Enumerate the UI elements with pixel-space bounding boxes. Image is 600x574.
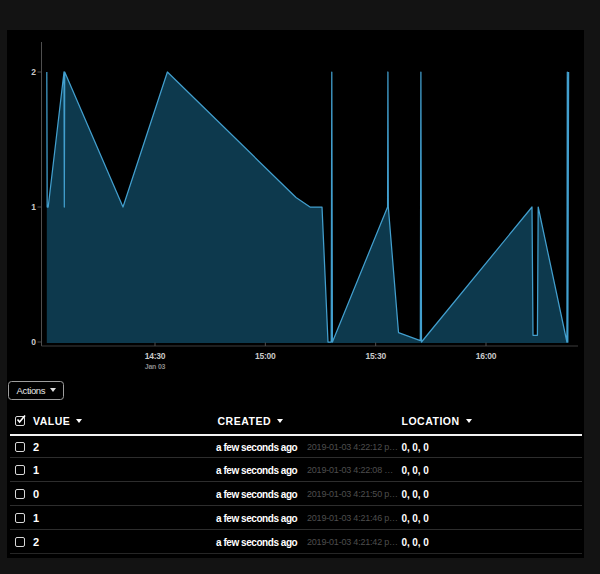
table-row: 0a few seconds ago2019-01-03 4:21:50 p…0… (10, 482, 582, 506)
chart-area-fill (47, 72, 569, 343)
row-checkbox[interactable] (15, 537, 25, 547)
sort-caret-icon (466, 419, 472, 423)
row-checkbox[interactable] (15, 489, 25, 499)
table-cell-created-relative: a few seconds ago (216, 489, 297, 500)
sort-caret-icon (76, 419, 82, 423)
table-row: 2a few seconds ago2019-01-03 4:22:12 p…0… (10, 435, 582, 459)
table-cell-created-relative: a few seconds ago (216, 465, 297, 476)
sort-caret-icon (277, 419, 283, 423)
table-row: 2a few seconds ago2019-01-03 4:21:42 p…0… (10, 530, 582, 554)
column-header-value[interactable]: VALUE (33, 415, 82, 427)
table-cell-created-timestamp: 2019-01-03 4:22:12 p… (307, 442, 398, 452)
table-cell-value: 2 (33, 441, 39, 453)
table-cell-location: 0, 0, 0 (402, 441, 429, 452)
actions-button-label: Actions (17, 385, 46, 396)
x-tick-label: 16:00 (476, 351, 497, 361)
table-cell-location: 0, 0, 0 (402, 465, 429, 476)
table-cell-location: 0, 0, 0 (402, 537, 429, 548)
y-tick-label: 0 (31, 337, 36, 347)
table-row: 1a few seconds ago2019-01-03 4:21:46 p…0… (10, 506, 582, 530)
table-cell-location: 0, 0, 0 (402, 489, 429, 500)
x-tick-label: 14:30 (145, 351, 166, 361)
column-header-created[interactable]: CREATED (218, 415, 283, 427)
check-icon (15, 414, 27, 426)
table-cell-created-timestamp: 2019-01-03 4:21:50 p… (307, 489, 398, 499)
caret-down-icon (50, 388, 56, 392)
y-tick-label: 2 (31, 67, 36, 77)
table-cell-created-timestamp: 2019-01-03 4:21:42 p… (307, 537, 398, 547)
table-cell-value: 2 (33, 536, 39, 548)
x-tick-label: 15:00 (255, 351, 276, 361)
table-cell-created-timestamp: 2019-01-03 4:21:46 p… (307, 513, 398, 523)
table-cell-created-timestamp: 2019-01-03 4:22:08 … (307, 465, 393, 475)
table-cell-location: 0, 0, 0 (402, 513, 429, 524)
table-cell-value: 1 (33, 464, 39, 476)
x-tick-label: 15:30 (365, 351, 386, 361)
table-header: VALUE CREATED LOCATION (10, 408, 582, 434)
y-tick-label: 1 (31, 202, 36, 212)
row-separator (10, 553, 582, 554)
table-cell-value: 0 (33, 488, 39, 500)
row-checkbox[interactable] (15, 442, 25, 452)
select-all-checkbox[interactable] (15, 416, 25, 426)
table-cell-created-relative: a few seconds ago (216, 513, 297, 524)
table-cell-created-relative: a few seconds ago (216, 537, 297, 548)
table-cell-created-relative: a few seconds ago (216, 441, 297, 452)
row-checkbox[interactable] (15, 465, 25, 475)
x-tick-sub-label: Jan 03 (145, 363, 166, 370)
row-checkbox[interactable] (15, 513, 25, 523)
table-row: 1a few seconds ago2019-01-03 4:22:08 …0,… (10, 458, 582, 482)
table-cell-value: 1 (33, 512, 39, 524)
actions-button[interactable]: Actions (8, 381, 64, 401)
column-header-location[interactable]: LOCATION (402, 415, 472, 427)
